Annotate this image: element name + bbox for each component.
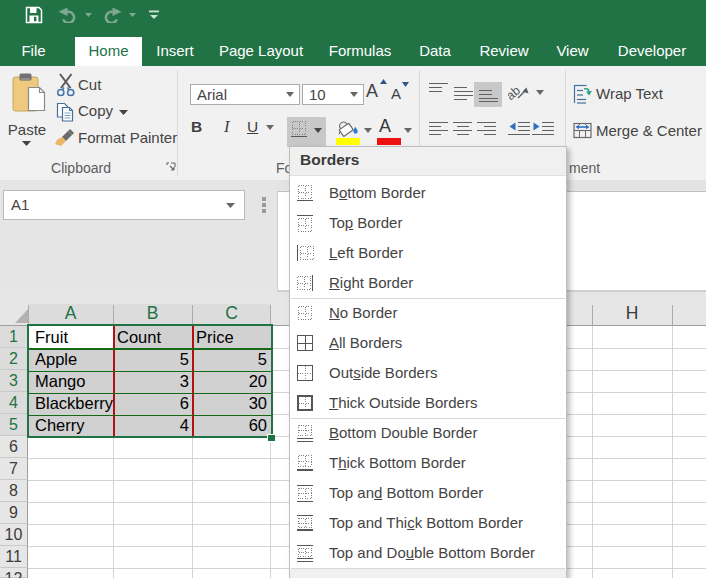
svg-text:ab: ab bbox=[508, 83, 523, 102]
